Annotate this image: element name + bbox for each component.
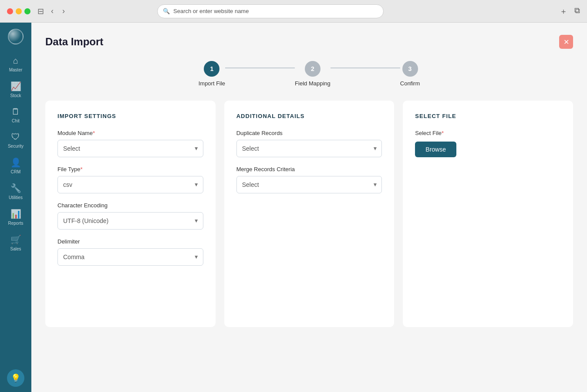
close-traffic-light[interactable] (7, 8, 13, 14)
chit-icon: 🗒 (11, 107, 20, 117)
character-encoding-select[interactable]: UTF-8 (Unicode) UTF-16 ASCII (57, 212, 203, 230)
traffic-lights (7, 8, 30, 14)
sidebar-label-chit: Chit (12, 118, 20, 123)
sidebar: ⌂ Master 📈 Stock 🗒 Chit 🛡 Security 👤 CRM… (0, 23, 31, 392)
character-encoding-group: Character Encoding UTF-8 (Unicode) UTF-1… (57, 202, 203, 230)
minimize-traffic-light[interactable] (16, 8, 22, 14)
duplicate-records-select[interactable]: Select (236, 140, 382, 157)
step-2: 2 Field Mapping (295, 61, 331, 87)
module-name-select[interactable]: Select (57, 140, 203, 157)
sidebar-label-reports: Reports (8, 221, 23, 226)
maximize-traffic-light[interactable] (24, 8, 30, 14)
sidebar-label-security: Security (8, 144, 24, 149)
merge-records-group: Merge Records Criteria Select ▼ (236, 166, 382, 193)
character-encoding-label: Character Encoding (57, 202, 203, 209)
step-circle-1: 1 (204, 61, 219, 77)
sidebar-item-crm[interactable]: 👤 CRM (2, 154, 30, 178)
cards-row: IMPORT SETTINGS Module Name* Select ▼ Fi (45, 101, 573, 327)
sidebar-label-utilities: Utilities (9, 195, 23, 200)
step-line-1 (225, 68, 295, 68)
sidebar-item-chit[interactable]: 🗒 Chit (2, 103, 30, 127)
sidebar-item-sales[interactable]: 🛒 Sales (2, 231, 30, 255)
step-line-2 (331, 68, 400, 68)
select-file-group: Select File* Browse (415, 130, 561, 157)
sidebar-item-utilities[interactable]: 🔧 Utilities (2, 179, 30, 203)
sidebar-item-stock[interactable]: 📈 Stock (2, 78, 30, 101)
merge-records-select[interactable]: Select (236, 176, 382, 193)
merge-records-label: Merge Records Criteria (236, 166, 382, 172)
app-logo (7, 28, 24, 45)
merge-records-select-wrapper: Select ▼ (236, 176, 382, 193)
delimiter-group: Delimiter Comma Tab Semicolon Pipe ▼ (57, 238, 203, 266)
sidebar-bottom: 💡 (7, 369, 24, 387)
step-3: 3 Confirm (400, 61, 420, 87)
sidebar-label-crm: CRM (11, 169, 21, 174)
forward-button[interactable]: › (61, 6, 67, 17)
duplicate-records-label: Duplicate Records (236, 130, 382, 136)
step-number-3: 3 (408, 65, 412, 72)
address-bar[interactable]: 🔍 Search or enter website name (157, 4, 384, 18)
step-circle-3: 3 (402, 61, 418, 77)
master-icon: ⌂ (13, 56, 18, 66)
sidebar-toggle-button[interactable]: ⊟ (37, 7, 44, 16)
browser-chrome: ⊟ ‹ › 🔍 Search or enter website name ＋ ⧉ (0, 0, 587, 23)
address-text: Search or enter website name (173, 8, 249, 14)
back-button[interactable]: ‹ (49, 6, 55, 17)
new-tab-icon[interactable]: ＋ (560, 6, 567, 17)
delimiter-label: Delimiter (57, 238, 203, 245)
page-title: Data Import (45, 36, 103, 48)
duplicate-records-group: Duplicate Records Select ▼ (236, 130, 382, 157)
content-area: Data Import ✕ 1 Import File 2 Field Mapp… (31, 23, 587, 392)
character-encoding-select-wrapper: UTF-8 (Unicode) UTF-16 ASCII ▼ (57, 212, 203, 230)
file-type-select-wrapper: csv xlsx json ▼ (57, 176, 203, 193)
security-icon: 🛡 (11, 132, 20, 142)
import-settings-card: IMPORT SETTINGS Module Name* Select ▼ Fi (45, 101, 216, 327)
sidebar-item-master[interactable]: ⌂ Master (2, 52, 30, 76)
sidebar-label-stock: Stock (10, 93, 21, 98)
close-button[interactable]: ✕ (559, 35, 573, 49)
tabs-icon[interactable]: ⧉ (574, 6, 580, 17)
module-name-group: Module Name* Select ▼ (57, 130, 203, 157)
page-header: Data Import ✕ (45, 35, 573, 49)
reports-icon: 📊 (10, 209, 21, 219)
step-1: 1 Import File (199, 61, 225, 87)
sidebar-label-master: Master (9, 68, 23, 72)
step-label-1: Import File (199, 80, 225, 87)
sidebar-label-sales: Sales (10, 247, 21, 251)
sidebar-item-security[interactable]: 🛡 Security (2, 128, 30, 152)
file-type-group: File Type* csv xlsx json ▼ (57, 166, 203, 193)
app-layout: ⌂ Master 📈 Stock 🗒 Chit 🛡 Security 👤 CRM… (0, 23, 587, 392)
search-icon: 🔍 (163, 8, 170, 14)
step-number-2: 2 (311, 65, 314, 72)
duplicate-records-select-wrapper: Select ▼ (236, 140, 382, 157)
logo-graphic (8, 29, 24, 44)
delimiter-select-wrapper: Comma Tab Semicolon Pipe ▼ (57, 248, 203, 266)
select-file-title: SELECT FILE (415, 113, 561, 119)
browser-actions: ＋ ⧉ (560, 6, 580, 17)
step-label-3: Confirm (400, 80, 420, 87)
crm-icon: 👤 (10, 157, 21, 168)
step-circle-2: 2 (305, 61, 320, 77)
delimiter-select[interactable]: Comma Tab Semicolon Pipe (57, 248, 203, 266)
help-bulb-button[interactable]: 💡 (7, 369, 24, 387)
stock-icon: 📈 (10, 81, 21, 91)
module-name-select-wrapper: Select ▼ (57, 140, 203, 157)
additional-details-title: ADDITIONAL DETAILS (236, 113, 382, 119)
sales-icon: 🛒 (10, 234, 21, 245)
utilities-icon: 🔧 (10, 183, 21, 193)
file-type-select[interactable]: csv xlsx json (57, 176, 203, 193)
module-name-label: Module Name* (57, 130, 203, 136)
select-file-card: SELECT FILE Select File* Browse (403, 101, 573, 327)
additional-details-card: ADDITIONAL DETAILS Duplicate Records Sel… (224, 101, 395, 327)
stepper: 1 Import File 2 Field Mapping 3 Confirm (45, 61, 573, 87)
step-label-2: Field Mapping (295, 80, 331, 87)
browse-button[interactable]: Browse (415, 142, 456, 157)
sidebar-item-reports[interactable]: 📊 Reports (2, 205, 30, 229)
select-file-label: Select File* (415, 130, 561, 136)
file-type-label: File Type* (57, 166, 203, 172)
import-settings-title: IMPORT SETTINGS (57, 113, 203, 119)
step-number-1: 1 (210, 65, 214, 72)
